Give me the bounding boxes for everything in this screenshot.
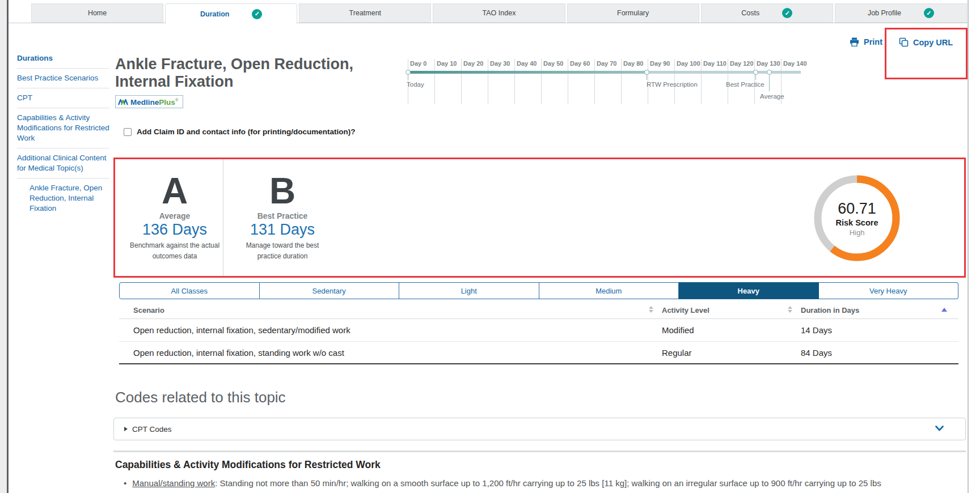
sidebar-item-additional-clinical-content[interactable]: Additional Clinical Content for Medical … <box>17 148 109 178</box>
sidebar-item-durations[interactable]: Durations <box>17 49 109 68</box>
timeline-marker-today[interactable] <box>405 70 411 75</box>
timeline-day-cell: Day 80 <box>621 59 648 104</box>
risk-score-gauge: 60.71 Risk Score High <box>812 173 902 264</box>
cpt-codes-accordion[interactable]: CPT Codes <box>113 418 966 440</box>
timeline-day-cell: Day 30 <box>488 59 514 104</box>
scenario-table: Scenario Activity Level Duration in Days… <box>119 301 958 364</box>
tab-label: TAO Index <box>483 9 516 17</box>
card-divider <box>223 159 223 276</box>
card-days-value: 131 Days <box>231 221 333 239</box>
medline-badge-label: MedlinePlus® <box>130 97 179 107</box>
column-header-duration-in-days[interactable]: Duration in Days <box>801 306 859 314</box>
cell-activity-level: Modified <box>662 325 694 335</box>
timeline-elapsed-line <box>408 71 647 74</box>
class-tab-very-heavy[interactable]: Very Heavy <box>819 282 959 299</box>
tab-tao-index[interactable]: TAO Index <box>433 3 565 23</box>
tab-label: Home <box>88 9 107 17</box>
card-description: Manage toward the best practice duration <box>231 240 333 262</box>
scenario-table-header: Scenario Activity Level Duration in Days <box>119 301 958 319</box>
tab-bar-divider <box>9 23 968 23</box>
tab-label: Job Profile <box>868 9 901 17</box>
cell-scenario: Open reduction, internal fixation, stand… <box>133 348 344 358</box>
print-button[interactable]: Print <box>850 37 882 46</box>
bullet-text: : Standing not more than 50 min/hr; walk… <box>215 478 881 488</box>
timeline-drop-average <box>769 75 770 91</box>
sidebar-nav: Durations Best Practice Scenarios CPT Ca… <box>17 49 109 218</box>
capabilities-bullet-item: •Manual/standing work: Standing not more… <box>124 477 958 489</box>
tab-label: Duration <box>200 10 229 18</box>
card-days-value: 136 Days <box>124 221 226 239</box>
tab-label: Costs <box>741 9 759 17</box>
chevron-down-icon[interactable] <box>935 426 944 431</box>
timeline-marker-best-practice[interactable] <box>753 70 758 75</box>
card-name: Average <box>124 211 226 220</box>
scenario-table-body: Open reduction, internal fixation, seden… <box>119 319 958 364</box>
best-practice-duration-card: B Best Practice 131 Days Manage toward t… <box>231 159 333 276</box>
average-duration-card: A Average 136 Days Benchmark against the… <box>124 159 226 276</box>
table-row[interactable]: Open reduction, internal fixation, seden… <box>119 319 958 341</box>
check-circle-icon: ✓ <box>924 8 934 18</box>
timeline-day-cell: Day 20 <box>461 59 488 104</box>
claim-info-row: Add Claim ID and contact info (for print… <box>124 128 355 136</box>
manual-standing-work-link[interactable]: Manual/standing work <box>132 478 215 488</box>
work-class-tabs: All Classes Sedentary Light Medium Heavy… <box>119 282 958 299</box>
tab-duration[interactable]: Duration ✓ <box>165 3 297 24</box>
timeline-marker-rtw-prescription[interactable] <box>644 70 649 75</box>
claim-info-checkbox[interactable] <box>124 128 132 136</box>
class-tab-heavy[interactable]: Heavy <box>679 282 819 299</box>
timeline-drop-today <box>408 75 408 80</box>
page-title-line2: Internal Fixation <box>115 73 234 90</box>
cell-duration: 84 Days <box>801 348 832 358</box>
left-gutter <box>0 0 7 493</box>
column-header-scenario[interactable]: Scenario <box>133 306 164 314</box>
section-divider <box>113 450 966 452</box>
copy-url-button[interactable]: Copy URL <box>899 37 953 47</box>
table-row[interactable]: Open reduction, internal fixation, stand… <box>119 341 958 363</box>
check-circle-icon: ✓ <box>252 9 262 19</box>
left-border <box>7 0 9 493</box>
sort-ascending-icon[interactable] <box>941 308 947 312</box>
timeline-day-cell: Day 50 <box>541 59 568 104</box>
tab-costs[interactable]: Costs ✓ <box>701 3 833 23</box>
timeline-label-rtw-prescription: RTW Prescription <box>647 81 698 88</box>
timeline-drop-best-practice <box>755 75 756 80</box>
cpt-codes-label: CPT Codes <box>132 425 172 434</box>
sidebar-item-capabilities[interactable]: Capabilities & Activity Modifications fo… <box>17 108 109 148</box>
card-letter: A <box>124 173 226 209</box>
timeline-marker-average[interactable] <box>767 70 772 75</box>
cell-activity-level: Regular <box>662 348 692 358</box>
sidebar-item-cpt[interactable]: CPT <box>17 88 109 108</box>
column-header-activity-level[interactable]: Activity Level <box>662 306 709 314</box>
copy-url-label: Copy URL <box>913 38 953 47</box>
sort-icon[interactable] <box>788 306 792 313</box>
risk-gauge-ring <box>812 173 902 264</box>
print-label: Print <box>864 37 882 46</box>
timeline-day-cell: Day 110 <box>701 59 728 104</box>
right-border <box>968 0 969 493</box>
timeline-day-cell: Day 140 <box>781 59 808 104</box>
printer-icon <box>850 37 859 46</box>
card-name: Best Practice <box>231 211 333 220</box>
sort-icon[interactable] <box>649 306 653 313</box>
sidebar-item-ankle-fracture[interactable]: Ankle Fracture, Open Reduction, Internal… <box>17 178 109 218</box>
tab-treatment[interactable]: Treatment <box>299 3 431 23</box>
tab-home[interactable]: Home <box>31 3 163 23</box>
class-tab-all-classes[interactable]: All Classes <box>119 282 260 299</box>
copy-icon <box>899 37 909 47</box>
cell-scenario: Open reduction, internal fixation, seden… <box>133 325 350 335</box>
class-tab-light[interactable]: Light <box>399 282 539 299</box>
timeline-drop-rtw <box>647 75 647 80</box>
timeline-label-average: Average <box>760 93 784 100</box>
tab-job-profile[interactable]: Job Profile ✓ <box>835 3 967 23</box>
medlineplus-badge[interactable]: MedlinePlus® <box>115 95 183 108</box>
class-tab-medium[interactable]: Medium <box>539 282 679 299</box>
capabilities-heading: Capabilities & Activity Modifications fo… <box>115 459 381 471</box>
page-title-line1: Ankle Fracture, Open Reduction, <box>115 56 353 73</box>
timeline-day-cell: Day 60 <box>568 59 594 104</box>
main-tab-bar: Home Duration ✓ Treatment TAO Index Form… <box>31 3 967 23</box>
class-tab-sedentary[interactable]: Sedentary <box>260 282 400 299</box>
tab-formulary[interactable]: Formulary <box>567 3 699 23</box>
bullet-dot: • <box>124 478 126 488</box>
page-title: Ankle Fracture, Open Reduction, Internal… <box>115 56 382 91</box>
sidebar-item-best-practice-scenarios[interactable]: Best Practice Scenarios <box>17 68 109 88</box>
